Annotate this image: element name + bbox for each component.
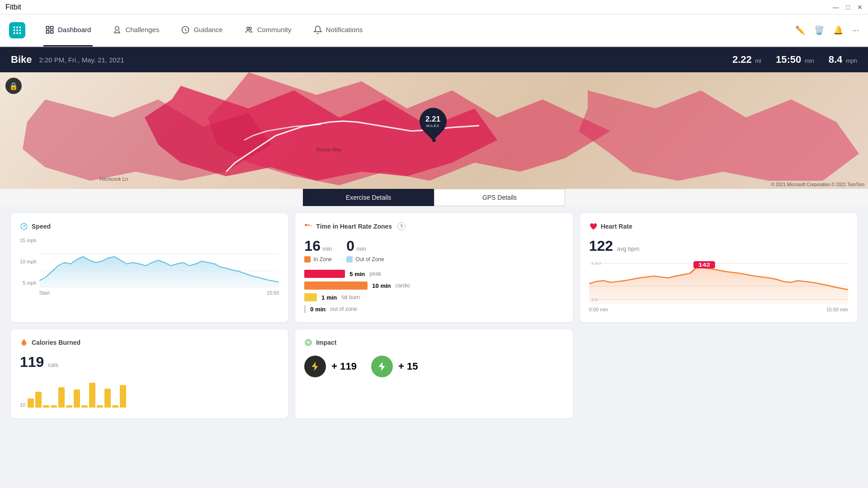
delete-button[interactable]: 🗑️ <box>814 25 824 35</box>
svg-rect-1 <box>16 27 18 28</box>
map-copyright: © 2021 Microsoft Corporation © 2021 TomT… <box>771 182 864 187</box>
cal-bar-3 <box>43 405 49 408</box>
maximize-button[interactable]: □ <box>846 4 850 11</box>
out-zone-unit: min <box>357 245 366 252</box>
title-bar: Fitbit — □ ✕ <box>0 0 868 14</box>
impact-icon-dark <box>304 356 326 377</box>
heart-rate-card: Heart Rate 122 avg bpm 140 10 <box>580 213 857 322</box>
hr-x-start: 0:00 min <box>589 307 608 312</box>
header-bar: Bike 2:20 PM, Fri., May. 21, 2021 2.22 m… <box>0 47 868 72</box>
nav-item-challenges[interactable]: Challenges <box>111 14 161 47</box>
cal-bar-2 <box>35 392 42 408</box>
impact-val-2: + 15 <box>398 361 418 372</box>
close-button[interactable]: ✕ <box>857 4 863 11</box>
impact-card: Impact + 119 + 15 <box>295 329 572 418</box>
svg-point-26 <box>24 226 24 227</box>
challenges-icon <box>113 25 122 34</box>
svg-text:Reese Way: Reese Way <box>316 147 342 152</box>
speed-card-title: Speed <box>32 223 51 230</box>
bell-button[interactable]: 🔔 <box>833 25 843 35</box>
nav-label-dashboard: Dashboard <box>58 26 91 33</box>
cal-bar-9 <box>89 383 95 408</box>
notifications-icon <box>313 25 322 34</box>
tab-gps-details[interactable]: GPS Details <box>434 189 565 206</box>
zone-outzone-label: out of zone <box>330 306 357 312</box>
nav-label-notifications: Notifications <box>326 26 363 33</box>
heart-rate-icon <box>589 222 597 230</box>
heart-rate-zones-card: Time in Heart Rate Zones ? 16 min In Zon… <box>295 213 572 322</box>
stat-distance-val: 2.22 <box>732 54 752 65</box>
heart-rate-avg-unit: avg bpm <box>617 245 640 252</box>
out-zone-dot <box>346 256 353 263</box>
nav-logo[interactable] <box>9 22 25 38</box>
map-pin-label: MILES <box>425 123 440 127</box>
svg-marker-18 <box>208 72 610 185</box>
map-lock-button[interactable]: 🔒 <box>5 78 22 94</box>
nav-item-community[interactable]: Community <box>243 14 293 47</box>
nav-item-notifications[interactable]: Notifications <box>311 14 365 47</box>
speed-y-label-1: 15 mph <box>20 238 37 243</box>
cal-bar-13 <box>120 385 126 408</box>
nav-item-guidance[interactable]: Guidance <box>179 14 224 47</box>
guidance-icon <box>181 25 190 34</box>
app-title: Fitbit <box>5 3 21 11</box>
cal-bar-11 <box>104 389 111 408</box>
zone-fatburn-mins: 1 min <box>321 294 337 301</box>
svg-rect-10 <box>51 26 53 29</box>
speed-x-end: 15:50 <box>267 290 279 296</box>
header-stats: 2.22 mi 15:50 min 8.4 mph <box>732 54 857 66</box>
community-icon <box>245 25 254 34</box>
zone-bar-peak <box>304 270 345 278</box>
zone-bar-cardio <box>304 282 368 290</box>
zone-outzone-mins: 0 min <box>310 306 326 313</box>
svg-point-42 <box>307 341 311 344</box>
map-pin: 2.21 MILES <box>420 108 448 141</box>
calories-icon <box>20 338 28 347</box>
edit-button[interactable]: ✏️ <box>795 25 805 35</box>
calories-unit: cals <box>48 361 58 368</box>
impact-icon <box>304 338 312 347</box>
zone-cardio-mins: 10 min <box>372 282 391 289</box>
stat-distance-unit: mi <box>755 57 761 64</box>
speed-icon <box>20 222 28 230</box>
hr-x-end: 15:50 min <box>826 307 848 312</box>
impact-item-2: + 15 <box>371 356 418 377</box>
zone-bar-peak-row: 5 min peak <box>304 270 563 278</box>
zone-fatburn-label: fat burn <box>341 294 360 300</box>
minimize-button[interactable]: — <box>833 4 839 11</box>
cal-bar-4 <box>51 405 57 408</box>
zone-cardio-label: cardio <box>396 282 410 289</box>
zone-bar-outzone-row: 0 min out of zone <box>304 305 563 313</box>
out-zone-value: 0 <box>346 238 354 254</box>
speed-chart <box>39 238 279 287</box>
nav-label-community: Community <box>257 26 292 33</box>
svg-text:142: 142 <box>698 263 710 267</box>
svg-rect-0 <box>14 27 15 28</box>
zones-help-icon[interactable]: ? <box>397 222 406 230</box>
activity-type: Bike <box>11 54 32 66</box>
speed-card: Speed 15 mph 10 mph 5 mph <box>11 213 288 322</box>
cal-bar-6 <box>66 405 72 408</box>
calories-value: 119 <box>20 354 44 370</box>
out-zone-label: Out of Zone <box>355 256 384 263</box>
zone-bar-fatburn-row: 1 min fat burn <box>304 293 563 301</box>
impact-icon-green <box>371 356 393 377</box>
svg-rect-12 <box>51 30 53 33</box>
svg-rect-3 <box>14 29 15 31</box>
svg-text:Hitchcock Ln: Hitchcock Ln <box>99 176 128 182</box>
impact-item-1: + 119 <box>304 356 357 377</box>
nav-item-dashboard[interactable]: Dashboard <box>43 14 93 47</box>
zone-bar-fatburn <box>304 293 317 301</box>
svg-rect-2 <box>19 27 21 28</box>
map-area: Reese Way Claire St Hitchcock Ln Whitmor… <box>0 72 868 189</box>
svg-rect-5 <box>19 29 21 31</box>
heart-rate-chart: 140 10 142 <box>589 259 848 304</box>
tab-exercise-details[interactable]: Exercise Details <box>303 189 434 206</box>
heart-rate-avg-val: 122 <box>589 238 613 254</box>
svg-point-16 <box>249 27 251 29</box>
in-zone-dot <box>304 256 311 263</box>
stat-speed-unit: mph <box>846 57 857 64</box>
cal-bar-1 <box>28 399 34 408</box>
map-pin-value: 2.21 <box>425 115 440 124</box>
more-button[interactable]: ··· <box>852 26 859 35</box>
